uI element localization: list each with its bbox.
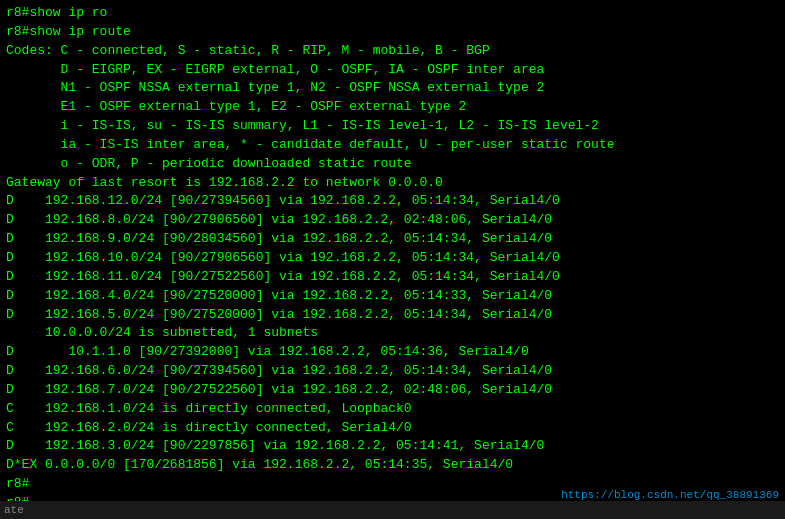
- terminal-line: D 192.168.8.0/24 [90/27906560] via 192.1…: [6, 211, 779, 230]
- bottom-status: ate: [4, 504, 24, 516]
- terminal-line: D*EX 0.0.0.0/0 [170/2681856] via 192.168…: [6, 456, 779, 475]
- terminal-line: N1 - OSPF NSSA external type 1, N2 - OSP…: [6, 79, 779, 98]
- terminal-line: D 192.168.3.0/24 [90/2297856] via 192.16…: [6, 437, 779, 456]
- terminal-line: D 192.168.7.0/24 [90/27522560] via 192.1…: [6, 381, 779, 400]
- terminal-line: D 192.168.9.0/24 [90/28034560] via 192.1…: [6, 230, 779, 249]
- terminal: r8#show ip ror8#show ip routeCodes: C - …: [0, 0, 785, 519]
- terminal-output: r8#show ip ror8#show ip routeCodes: C - …: [6, 4, 779, 519]
- terminal-line: C 192.168.2.0/24 is directly connected, …: [6, 419, 779, 438]
- terminal-line: D 192.168.4.0/24 [90/27520000] via 192.1…: [6, 287, 779, 306]
- terminal-line: C 192.168.1.0/24 is directly connected, …: [6, 400, 779, 419]
- bottom-bar: ate: [0, 501, 785, 519]
- terminal-line: D 192.168.12.0/24 [90/27394560] via 192.…: [6, 192, 779, 211]
- terminal-line: D 192.168.11.0/24 [90/27522560] via 192.…: [6, 268, 779, 287]
- terminal-line: 10.0.0.0/24 is subnetted, 1 subnets: [6, 324, 779, 343]
- watermark: https://blog.csdn.net/qq_38891369: [561, 489, 779, 501]
- terminal-line: Codes: C - connected, S - static, R - RI…: [6, 42, 779, 61]
- terminal-line: o - ODR, P - periodic downloaded static …: [6, 155, 779, 174]
- terminal-line: D 192.168.6.0/24 [90/27394560] via 192.1…: [6, 362, 779, 381]
- terminal-line: i - IS-IS, su - IS-IS summary, L1 - IS-I…: [6, 117, 779, 136]
- terminal-line: r8#show ip ro: [6, 4, 779, 23]
- terminal-line: r8#show ip route: [6, 23, 779, 42]
- terminal-line: E1 - OSPF external type 1, E2 - OSPF ext…: [6, 98, 779, 117]
- terminal-line: ia - IS-IS inter area, * - candidate def…: [6, 136, 779, 155]
- terminal-line: D 192.168.10.0/24 [90/27906560] via 192.…: [6, 249, 779, 268]
- terminal-line: D - EIGRP, EX - EIGRP external, O - OSPF…: [6, 61, 779, 80]
- terminal-line: D 192.168.5.0/24 [90/27520000] via 192.1…: [6, 306, 779, 325]
- terminal-line: D 10.1.1.0 [90/27392000] via 192.168.2.2…: [6, 343, 779, 362]
- terminal-line: Gateway of last resort is 192.168.2.2 to…: [6, 174, 779, 193]
